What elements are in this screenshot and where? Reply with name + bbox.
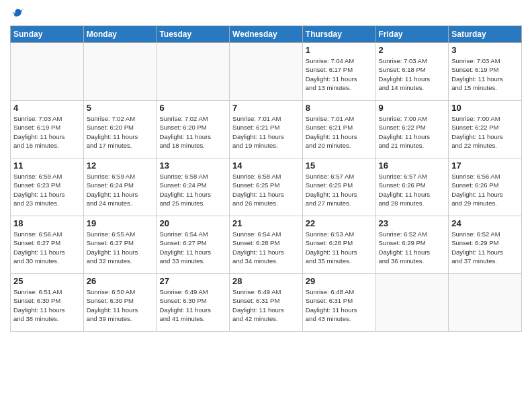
day-number: 2 — [379, 45, 446, 55]
day-info: Sunrise: 7:01 AMSunset: 6:21 PMDaylight:… — [306, 114, 373, 150]
day-number: 4 — [13, 103, 81, 113]
day-number: 25 — [13, 276, 81, 286]
day-info: Sunrise: 6:52 AMSunset: 6:29 PMDaylight:… — [379, 230, 446, 265]
day-info: Sunrise: 6:49 AMSunset: 6:30 PMDaylight:… — [159, 287, 226, 323]
day-info: Sunrise: 7:03 AMSunset: 6:19 PMDaylight:… — [451, 56, 519, 92]
day-number: 6 — [159, 103, 226, 113]
day-number: 1 — [306, 45, 373, 55]
day-number: 8 — [306, 103, 373, 113]
day-info: Sunrise: 6:54 AMSunset: 6:28 PMDaylight:… — [232, 230, 300, 265]
calendar-cell: 9Sunrise: 7:00 AMSunset: 6:22 PMDaylight… — [375, 101, 449, 158]
calendar-cell — [230, 43, 303, 101]
day-number: 24 — [451, 218, 519, 228]
logo — [10, 7, 25, 20]
calendar-week-row: 1Sunrise: 7:04 AMSunset: 6:17 PMDaylight… — [11, 43, 522, 101]
calendar-cell: 2Sunrise: 7:03 AMSunset: 6:18 PMDaylight… — [375, 43, 449, 101]
calendar-cell: 22Sunrise: 6:53 AMSunset: 6:28 PMDayligh… — [302, 216, 375, 274]
calendar-cell: 20Sunrise: 6:54 AMSunset: 6:27 PMDayligh… — [157, 216, 230, 274]
calendar-cell: 18Sunrise: 6:56 AMSunset: 6:27 PMDayligh… — [11, 216, 84, 274]
calendar-day-header: Wednesday — [230, 26, 303, 43]
day-number: 3 — [451, 45, 519, 55]
calendar-cell: 29Sunrise: 6:48 AMSunset: 6:31 PMDayligh… — [302, 274, 375, 332]
calendar-cell: 5Sunrise: 7:02 AMSunset: 6:20 PMDaylight… — [83, 101, 157, 158]
day-info: Sunrise: 6:50 AMSunset: 6:30 PMDaylight:… — [87, 287, 154, 323]
calendar-cell — [375, 274, 449, 332]
calendar-day-header: Saturday — [449, 26, 522, 43]
calendar-cell: 26Sunrise: 6:50 AMSunset: 6:30 PMDayligh… — [83, 274, 157, 332]
calendar-day-header: Monday — [83, 26, 157, 43]
day-info: Sunrise: 7:04 AMSunset: 6:17 PMDaylight:… — [306, 56, 373, 92]
day-info: Sunrise: 6:55 AMSunset: 6:27 PMDaylight:… — [87, 230, 154, 265]
calendar-week-row: 4Sunrise: 7:03 AMSunset: 6:19 PMDaylight… — [11, 101, 522, 158]
calendar-cell — [11, 43, 84, 101]
day-info: Sunrise: 6:53 AMSunset: 6:28 PMDaylight:… — [306, 230, 373, 265]
calendar-cell: 7Sunrise: 7:01 AMSunset: 6:21 PMDaylight… — [230, 101, 303, 158]
day-info: Sunrise: 6:59 AMSunset: 6:24 PMDaylight:… — [87, 172, 154, 208]
day-number: 28 — [232, 276, 300, 286]
calendar-week-row: 18Sunrise: 6:56 AMSunset: 6:27 PMDayligh… — [11, 216, 522, 274]
calendar-header-row: SundayMondayTuesdayWednesdayThursdayFrid… — [11, 26, 522, 43]
calendar-cell: 14Sunrise: 6:58 AMSunset: 6:25 PMDayligh… — [230, 158, 303, 216]
day-number: 17 — [451, 161, 519, 171]
calendar-cell: 19Sunrise: 6:55 AMSunset: 6:27 PMDayligh… — [83, 216, 157, 274]
calendar-cell: 25Sunrise: 6:51 AMSunset: 6:30 PMDayligh… — [11, 274, 84, 332]
calendar-cell: 28Sunrise: 6:49 AMSunset: 6:31 PMDayligh… — [230, 274, 303, 332]
calendar-cell: 23Sunrise: 6:52 AMSunset: 6:29 PMDayligh… — [375, 216, 449, 274]
calendar-day-header: Friday — [375, 26, 449, 43]
calendar-cell: 10Sunrise: 7:00 AMSunset: 6:22 PMDayligh… — [449, 101, 522, 158]
day-info: Sunrise: 7:01 AMSunset: 6:21 PMDaylight:… — [232, 114, 300, 150]
calendar-cell: 12Sunrise: 6:59 AMSunset: 6:24 PMDayligh… — [83, 158, 157, 216]
calendar-cell — [449, 274, 522, 332]
calendar-cell: 3Sunrise: 7:03 AMSunset: 6:19 PMDaylight… — [449, 43, 522, 101]
calendar-table: SundayMondayTuesdayWednesdayThursdayFrid… — [10, 26, 522, 332]
calendar-cell: 24Sunrise: 6:52 AMSunset: 6:29 PMDayligh… — [449, 216, 522, 274]
day-info: Sunrise: 6:48 AMSunset: 6:31 PMDaylight:… — [306, 287, 373, 323]
day-number: 23 — [379, 218, 446, 228]
day-number: 10 — [451, 103, 519, 113]
calendar-cell: 17Sunrise: 6:56 AMSunset: 6:26 PMDayligh… — [449, 158, 522, 216]
day-info: Sunrise: 6:54 AMSunset: 6:27 PMDaylight:… — [159, 230, 226, 265]
day-info: Sunrise: 6:57 AMSunset: 6:25 PMDaylight:… — [306, 172, 373, 208]
day-info: Sunrise: 7:02 AMSunset: 6:20 PMDaylight:… — [87, 114, 154, 150]
day-number: 20 — [159, 218, 226, 228]
calendar-cell: 15Sunrise: 6:57 AMSunset: 6:25 PMDayligh… — [302, 158, 375, 216]
day-info: Sunrise: 7:03 AMSunset: 6:19 PMDaylight:… — [13, 114, 81, 150]
calendar-cell: 27Sunrise: 6:49 AMSunset: 6:30 PMDayligh… — [157, 274, 230, 332]
calendar-cell: 8Sunrise: 7:01 AMSunset: 6:21 PMDaylight… — [302, 101, 375, 158]
day-info: Sunrise: 6:56 AMSunset: 6:26 PMDaylight:… — [451, 172, 519, 208]
calendar-week-row: 11Sunrise: 6:59 AMSunset: 6:23 PMDayligh… — [11, 158, 522, 216]
day-info: Sunrise: 7:02 AMSunset: 6:20 PMDaylight:… — [159, 114, 226, 150]
calendar-cell — [83, 43, 157, 101]
calendar-cell — [157, 43, 230, 101]
calendar-cell: 16Sunrise: 6:57 AMSunset: 6:26 PMDayligh… — [375, 158, 449, 216]
calendar-cell: 13Sunrise: 6:58 AMSunset: 6:24 PMDayligh… — [157, 158, 230, 216]
day-number: 29 — [306, 276, 373, 286]
calendar-cell: 6Sunrise: 7:02 AMSunset: 6:20 PMDaylight… — [157, 101, 230, 158]
calendar-day-header: Sunday — [11, 26, 84, 43]
logo-bird-icon — [11, 7, 25, 20]
day-number: 9 — [379, 103, 446, 113]
day-number: 22 — [306, 218, 373, 228]
calendar-cell: 11Sunrise: 6:59 AMSunset: 6:23 PMDayligh… — [11, 158, 84, 216]
day-number: 19 — [87, 218, 154, 228]
day-number: 15 — [306, 161, 373, 171]
day-info: Sunrise: 7:00 AMSunset: 6:22 PMDaylight:… — [379, 114, 446, 150]
calendar-week-row: 25Sunrise: 6:51 AMSunset: 6:30 PMDayligh… — [11, 274, 522, 332]
day-number: 27 — [159, 276, 226, 286]
day-info: Sunrise: 6:56 AMSunset: 6:27 PMDaylight:… — [13, 230, 81, 265]
day-info: Sunrise: 6:58 AMSunset: 6:25 PMDaylight:… — [232, 172, 300, 208]
day-info: Sunrise: 6:52 AMSunset: 6:29 PMDaylight:… — [451, 230, 519, 265]
day-number: 5 — [87, 103, 154, 113]
calendar-cell: 4Sunrise: 7:03 AMSunset: 6:19 PMDaylight… — [11, 101, 84, 158]
day-number: 21 — [232, 218, 300, 228]
day-info: Sunrise: 6:57 AMSunset: 6:26 PMDaylight:… — [379, 172, 446, 208]
day-info: Sunrise: 7:00 AMSunset: 6:22 PMDaylight:… — [451, 114, 519, 150]
day-number: 16 — [379, 161, 446, 171]
calendar-cell: 21Sunrise: 6:54 AMSunset: 6:28 PMDayligh… — [230, 216, 303, 274]
day-info: Sunrise: 6:59 AMSunset: 6:23 PMDaylight:… — [13, 172, 81, 208]
day-number: 18 — [13, 218, 81, 228]
page: SundayMondayTuesdayWednesdayThursdayFrid… — [0, 0, 532, 411]
day-info: Sunrise: 6:49 AMSunset: 6:31 PMDaylight:… — [232, 287, 300, 323]
day-info: Sunrise: 6:51 AMSunset: 6:30 PMDaylight:… — [13, 287, 81, 323]
day-number: 14 — [232, 161, 300, 171]
